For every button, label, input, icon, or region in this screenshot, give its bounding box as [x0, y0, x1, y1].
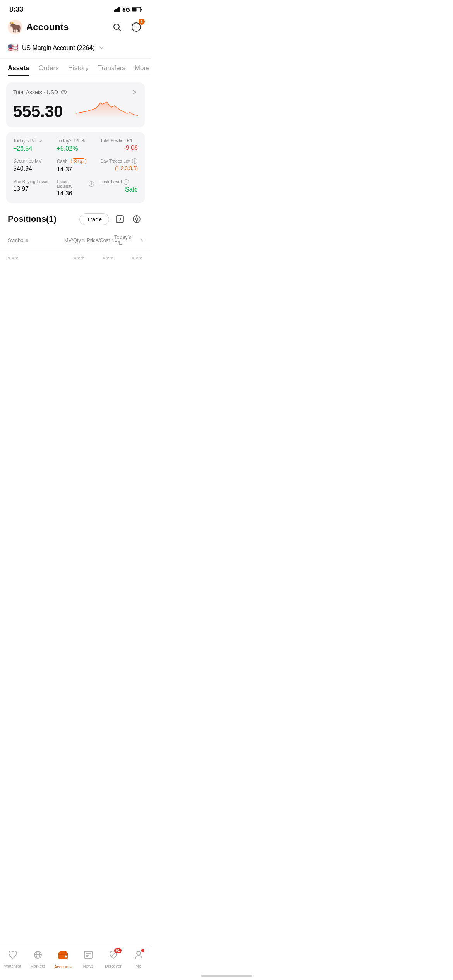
chevron-right-icon[interactable]	[131, 89, 138, 96]
tab-assets[interactable]: Assets	[8, 64, 29, 76]
cash-label: Cash	[57, 159, 68, 164]
status-time: 8:33	[9, 5, 23, 14]
risk-level-label: Risk Level	[100, 179, 122, 185]
assets-label: Total Assets · USD	[13, 89, 67, 96]
positions-section: Positions(1) Trade	[0, 209, 151, 231]
positions-table-header: Symbol ⇅ MV/Qty ⇅ Price/Cost ⇅ Today's P…	[0, 231, 151, 249]
eye-icon[interactable]	[60, 89, 67, 96]
securities-mv-value: 540.94	[13, 165, 51, 172]
svg-point-22	[136, 218, 138, 221]
excess-liquidity-value: 14.36	[57, 190, 94, 197]
assets-label-text: Total Assets · USD	[13, 89, 58, 95]
header: 🐂 Accounts 6	[0, 17, 151, 39]
page-title: Accounts	[26, 22, 69, 33]
tab-more[interactable]: More	[135, 64, 150, 76]
message-badge: 6	[139, 19, 145, 25]
today-pl-value: +26.54	[13, 145, 51, 152]
stats-card: Today's P/L ↗ +26.54 Today's P/L% +5.02%…	[6, 132, 145, 203]
country-flag: 🇺🇸	[8, 43, 18, 53]
stats-row-1: Today's P/L ↗ +26.54 Today's P/L% +5.02%…	[13, 138, 138, 152]
cash-value: 14.37	[57, 166, 94, 173]
th-symbol[interactable]: Symbol ⇅	[8, 234, 56, 246]
stat-today-pl-pct: Today's P/L% +5.02%	[57, 138, 94, 152]
max-buying-value: 13.97	[13, 185, 51, 192]
cell-mv: ***	[56, 255, 85, 264]
status-bar: 8:33 5G	[0, 0, 151, 17]
tab-transfers[interactable]: Transfers	[98, 64, 125, 76]
assets-card: Total Assets · USD 555.30	[6, 82, 145, 127]
up-badge: Up	[71, 158, 86, 164]
svg-point-13	[136, 27, 137, 27]
positions-title: Positions(1)	[8, 214, 57, 224]
day-trades-info-icon[interactable]: i	[132, 158, 137, 164]
securities-mv-label: Securities MV	[13, 158, 42, 164]
header-left: 🐂 Accounts	[8, 20, 69, 34]
svg-rect-5	[132, 8, 137, 11]
svg-point-14	[138, 27, 139, 27]
stat-excess-liquidity: Excess Liquidity i 14.36	[57, 179, 94, 197]
positions-actions: Trade	[79, 212, 143, 226]
excess-liquidity-info-icon[interactable]: i	[89, 181, 94, 187]
stat-total-position-pl: Total Position P/L -9.08	[100, 138, 138, 152]
excess-liquidity-label: Excess Liquidity	[57, 179, 88, 188]
search-icon	[112, 22, 122, 32]
today-pl-pct-label: Today's P/L%	[57, 138, 85, 144]
export-icon[interactable]: ↗	[39, 138, 43, 144]
settings-icon-button[interactable]	[130, 212, 143, 226]
svg-rect-3	[118, 7, 120, 12]
stat-risk-level: Risk Level i Safe	[100, 179, 138, 197]
svg-rect-0	[114, 10, 115, 12]
transfer-icon-button[interactable]	[113, 212, 126, 226]
account-selector[interactable]: 🇺🇸 US Margin Account (2264)	[0, 39, 151, 59]
stat-cash: Cash Up 14.37	[57, 158, 94, 173]
signal-icon	[114, 7, 121, 12]
tabs-bar: Assets Orders History Transfers More	[0, 59, 151, 76]
th-price-cost[interactable]: Price/Cost ⇅	[85, 234, 114, 246]
today-pl-label: Today's P/L	[13, 138, 37, 144]
risk-level-value: Safe	[100, 186, 138, 193]
cell-symbol: ***	[8, 255, 56, 264]
sort-symbol-icon: ⇅	[26, 238, 29, 242]
svg-point-12	[134, 27, 135, 27]
cell-pl: ***	[114, 255, 143, 264]
trade-button[interactable]: Trade	[79, 213, 109, 225]
sort-mv-icon: ⇅	[82, 238, 85, 242]
transfer-icon	[115, 214, 124, 224]
svg-point-18	[75, 161, 76, 162]
table-row[interactable]: *** *** *** ***	[0, 249, 151, 270]
assets-card-header: Total Assets · USD	[13, 89, 138, 96]
battery-icon	[132, 7, 142, 12]
chevron-down-icon	[99, 45, 104, 51]
svg-line-10	[119, 29, 121, 31]
th-mv-qty[interactable]: MV/Qty ⇅	[56, 234, 85, 246]
svg-rect-6	[141, 9, 142, 10]
stats-row-3: Max Buying Power 13.97 Excess Liquidity …	[13, 179, 138, 197]
svg-point-15	[61, 90, 67, 94]
tab-history[interactable]: History	[68, 64, 89, 76]
svg-point-16	[63, 91, 65, 93]
sort-pl-icon: ⇅	[140, 238, 143, 242]
day-trades-label: Day Trades Left	[100, 159, 130, 163]
today-pl-pct-value: +5.02%	[57, 145, 94, 152]
max-buying-label: Max Buying Power	[13, 179, 49, 184]
day-trades-value: (1,2,3,3,3)	[100, 165, 138, 171]
search-button[interactable]	[110, 20, 124, 34]
account-name: US Margin Account (2264)	[22, 45, 95, 51]
messages-button[interactable]: 6	[129, 20, 143, 34]
network-label: 5G	[122, 6, 130, 13]
status-icons: 5G	[114, 6, 142, 13]
stats-row-2: Securities MV 540.94 Cash Up 14.37 Day T…	[13, 158, 138, 173]
sort-price-icon: ⇅	[111, 238, 114, 242]
risk-level-info-icon[interactable]: i	[124, 179, 129, 185]
cell-price: ***	[85, 255, 114, 264]
stat-securities-mv: Securities MV 540.94	[13, 158, 51, 173]
stat-today-pl: Today's P/L ↗ +26.54	[13, 138, 51, 152]
th-today-pl[interactable]: Today's P/L ⇅	[114, 234, 143, 246]
total-assets-value: 555.30	[13, 103, 63, 120]
settings-icon	[132, 214, 141, 224]
assets-chart	[76, 96, 138, 119]
svg-text:🐂: 🐂	[9, 21, 22, 33]
tab-orders[interactable]: Orders	[39, 64, 59, 76]
total-position-pl-value: -9.08	[100, 144, 138, 151]
total-position-pl-label: Total Position P/L	[100, 138, 133, 143]
